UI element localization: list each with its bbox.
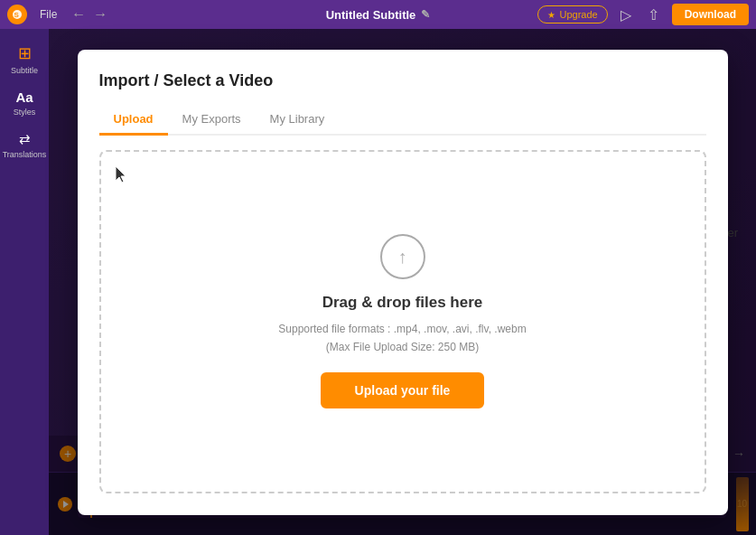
share-icon-btn[interactable]: ⇧: [644, 6, 663, 23]
modal-tabs: Upload My Exports My Library: [99, 105, 706, 136]
topbar: S File ← → Untitled Subtitle ✎ ★ Upgrade…: [0, 0, 756, 29]
upload-arrow-icon: ↑: [380, 234, 425, 279]
content-area: ker + Add M ← → ...: [49, 29, 756, 535]
download-button[interactable]: Download: [672, 4, 749, 25]
document-title: Untitled Subtitle ✎: [326, 8, 431, 22]
supported-formats-text: Supported file formats : .mp4, .mov, .av…: [278, 321, 526, 355]
cursor-indicator: [116, 166, 128, 188]
main-layout: ⊞ Subtitle Aa Styles ⇄ Translations ker …: [0, 29, 756, 535]
history-controls: ← →: [70, 6, 109, 23]
modal-title: Import / Select a Video: [99, 71, 706, 90]
sidebar-item-subtitle[interactable]: ⊞ Subtitle: [4, 38, 45, 80]
tab-my-exports[interactable]: My Exports: [168, 105, 256, 136]
subtitle-icon: ⊞: [18, 43, 32, 63]
undo-btn[interactable]: ←: [70, 6, 88, 23]
edit-title-icon[interactable]: ✎: [421, 8, 430, 21]
play-icon-btn[interactable]: ▷: [617, 6, 635, 23]
star-icon: ★: [547, 10, 555, 20]
sidebar-item-translations[interactable]: ⇄ Translations: [4, 126, 45, 164]
sidebar: ⊞ Subtitle Aa Styles ⇄ Translations: [0, 29, 49, 535]
import-modal: Import / Select a Video Upload My Export…: [78, 50, 728, 515]
file-menu[interactable]: File: [34, 8, 62, 21]
styles-icon: Aa: [15, 89, 33, 105]
translations-icon: ⇄: [19, 131, 31, 147]
svg-text:S: S: [14, 11, 20, 19]
topbar-right: ★ Upgrade ▷ ⇧ Download: [537, 4, 749, 25]
app-logo[interactable]: S: [7, 5, 27, 24]
dropzone[interactable]: ↑ Drag & drop files here Supported file …: [99, 150, 706, 493]
tab-upload[interactable]: Upload: [99, 105, 168, 136]
upload-file-button[interactable]: Upload your file: [321, 372, 485, 408]
modal-overlay[interactable]: Import / Select a Video Upload My Export…: [49, 29, 756, 535]
tab-my-library[interactable]: My Library: [256, 105, 340, 136]
drag-drop-text: Drag & drop files here: [322, 294, 483, 312]
sidebar-item-styles[interactable]: Aa Styles: [4, 84, 45, 122]
redo-btn[interactable]: →: [91, 6, 109, 23]
upgrade-button[interactable]: ★ Upgrade: [537, 5, 607, 23]
